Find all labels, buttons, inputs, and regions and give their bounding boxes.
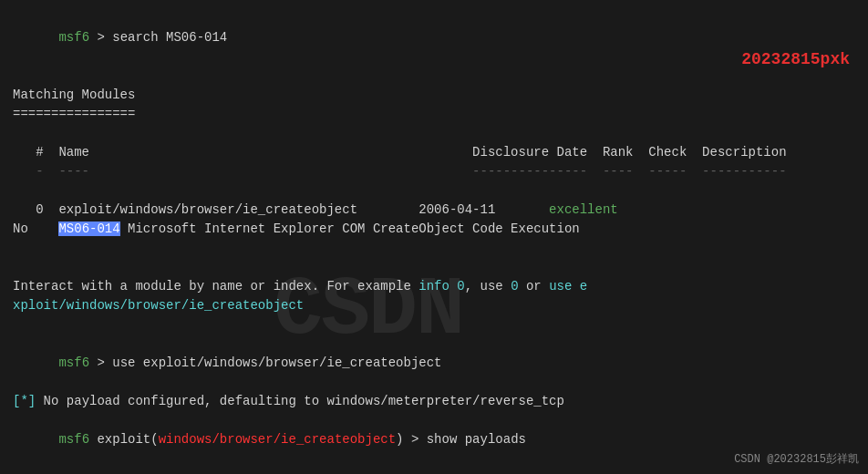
matching-modules-header: Matching Modules (13, 86, 855, 105)
command-use: msf6 > use exploit/windows/browser/ie_cr… (13, 335, 855, 392)
ms06-014-highlight: MS06-014 (58, 222, 119, 236)
exploit-name-red: windows/browser/ie_createobject (159, 432, 396, 447)
terminal-window: CSDN 20232815pxk msf6 > search MS06-014 … (0, 0, 868, 474)
use-command: use exploit/windows/browser/ie_createobj… (112, 356, 441, 370)
table-header: # Name Disclosure Date Rank Check Descri… (13, 143, 855, 162)
table-header-sep: - ---- --------------- ---- ----- ------… (13, 162, 855, 181)
command-show-payloads: msf6 exploit(windows/browser/ie_createob… (13, 411, 855, 469)
blank-line-5 (13, 258, 855, 277)
rank-excellent: excellent (549, 202, 618, 217)
use-e-example: use e (549, 279, 587, 294)
payload-warning-line: [*] No payload configured, defaulting to… (13, 392, 855, 411)
blank-line-2 (13, 124, 855, 143)
blank-line-4 (13, 239, 855, 258)
info-example: info 0 (418, 279, 464, 294)
use-0-example: 0 (511, 279, 518, 294)
interact-instruction: Interact with a module by name or index.… (13, 277, 855, 296)
prompt-3: msf6 (58, 432, 89, 447)
module-entry-rank: 0 exploit/windows/browser/ie_createobjec… (13, 201, 855, 220)
prompt-2: msf6 (58, 356, 89, 370)
module-entry-desc: No MS06-014 Microsoft Internet Explorer … (13, 220, 855, 239)
blank-line-1 (13, 67, 855, 86)
separator-line: ================ (13, 105, 855, 124)
exploit-path-text: xploit/windows/browser/ie_createobject (13, 298, 304, 313)
command-search: msf6 > search MS06-014 (13, 9, 855, 67)
search-command: search MS06-014 (112, 30, 227, 45)
blank-line-6 (13, 315, 855, 335)
star-bracket: [*] (13, 394, 36, 408)
terminal-content: msf6 > search MS06-014 Matching Modules … (13, 9, 855, 469)
blank-line-3 (13, 181, 855, 201)
prompt-1: msf6 (58, 30, 89, 45)
exploit-path-line: xploit/windows/browser/ie_createobject (13, 296, 855, 315)
